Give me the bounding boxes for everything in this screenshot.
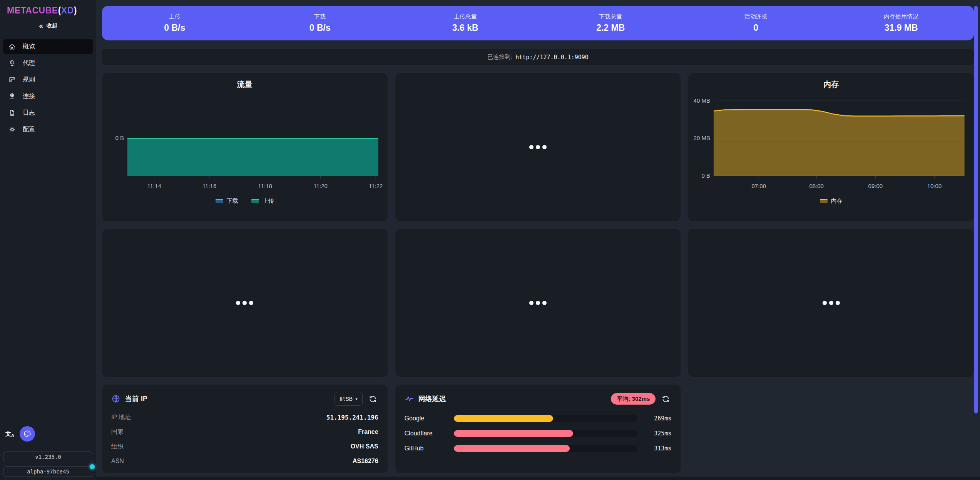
logo-brand: METACUBE	[7, 5, 58, 15]
traffic-chart-title: 流量	[102, 79, 388, 90]
stat-upload-speed: 上传 0 B/s	[102, 13, 248, 33]
connection-label: 已连接到:	[487, 53, 512, 61]
sidebar-item-config[interactable]: 配置	[3, 122, 93, 137]
svg-text:08:00: 08:00	[809, 183, 824, 189]
loading-dots-icon	[529, 145, 547, 149]
traffic-chart-card: 流量 0 B11:1411:1611:1811:2011:22 下载上传	[102, 73, 388, 221]
latency-bar-fill	[454, 430, 573, 437]
refresh-ip-button[interactable]	[367, 393, 378, 405]
core-version-button[interactable]: v1.235.0	[3, 452, 93, 462]
svg-text:11:14: 11:14	[147, 183, 161, 189]
theme-button[interactable]	[20, 426, 35, 442]
memory-chart-title: 内存	[688, 79, 974, 90]
latency-bar-track	[454, 445, 638, 452]
svg-text:09:00: 09:00	[868, 183, 883, 189]
sidebar-item-logs[interactable]: 日志	[3, 105, 93, 120]
sidebar: METACUBE(XD) « 收起 概览 代理 规则 连接	[0, 0, 96, 480]
collapse-label: 收起	[47, 22, 57, 29]
app-logo[interactable]: METACUBE(XD)	[7, 5, 93, 16]
ip-source-select[interactable]: IP.SB ▾	[334, 392, 363, 406]
ruler-icon	[8, 76, 16, 83]
connection-status-bar: 已连接到: http://127.0.0.1:9090	[102, 49, 974, 65]
loading-card-1	[395, 73, 681, 221]
country-row: 国家 France	[111, 425, 378, 439]
asn-row: ASN AS16276	[111, 454, 378, 468]
ip-address-value: 51.195.241.196	[326, 414, 378, 421]
main-content: 上传 0 B/s 下载 0 B/s 上传总量 3.6 kB 下载总量 2.2 M…	[96, 0, 980, 480]
logo-accent: XD	[61, 5, 74, 15]
sidebar-item-rules[interactable]: 规则	[3, 72, 93, 87]
chevron-down-icon: ▾	[355, 397, 358, 402]
translate-icon: 文A	[5, 430, 14, 437]
document-icon	[8, 109, 16, 117]
legend-item[interactable]: 下载	[216, 197, 238, 205]
sidebar-item-proxies[interactable]: 代理	[3, 55, 93, 71]
svg-text:11:20: 11:20	[314, 183, 328, 189]
palette-icon	[23, 430, 32, 438]
latency-bar-fill	[454, 445, 570, 452]
refresh-latency-button[interactable]	[660, 393, 671, 405]
scrollbar-thumb[interactable]	[974, 6, 978, 413]
organization-row: 组织 OVH SAS	[111, 439, 378, 454]
sidebar-footer: 文A v1.235.0 alpha-97bce45	[3, 426, 93, 477]
stats-banner: 上传 0 B/s 下载 0 B/s 上传总量 3.6 kB 下载总量 2.2 M…	[102, 6, 974, 40]
svg-text:11:18: 11:18	[258, 183, 272, 189]
sidebar-item-connections[interactable]: 连接	[3, 88, 93, 104]
memory-chart-plot[interactable]: 0 B20 MB40 MB07:0008:0009:0010:00	[688, 91, 974, 195]
legend-swatch-icon	[251, 199, 259, 203]
loading-dots-icon	[236, 301, 253, 305]
svg-text:10:00: 10:00	[927, 183, 942, 189]
svg-text:40 MB: 40 MB	[694, 97, 710, 104]
legend-item[interactable]: 内存	[820, 197, 843, 205]
traffic-chart-legend: 下载上传	[102, 197, 388, 205]
sidebar-item-overview[interactable]: 概览	[3, 39, 93, 54]
legend-item[interactable]: 上传	[251, 197, 274, 205]
loading-dots-icon	[529, 301, 547, 305]
network-latency-card: 网络延迟 平均: 302ms Google	[395, 385, 681, 473]
connection-url: http://127.0.0.1:9090	[515, 54, 589, 61]
latency-bar-fill	[454, 415, 553, 422]
latency-row-google: Google 269ms	[405, 411, 672, 426]
dashboard-grid: 流量 0 B11:1411:1611:1811:2011:22 下载上传 内存 …	[102, 73, 974, 473]
loading-dots-icon	[823, 301, 840, 305]
latency-bar-track	[454, 430, 638, 437]
loading-card-3	[395, 229, 681, 377]
app-root: METACUBE(XD) « 收起 概览 代理 规则 连接	[0, 0, 980, 480]
svg-text:07:00: 07:00	[752, 183, 766, 189]
latency-bar-track	[454, 415, 638, 422]
sidebar-collapse-button[interactable]: « 收起	[3, 19, 93, 33]
latency-row-github: GitHub 313ms	[405, 441, 672, 456]
svg-text:20 MB: 20 MB	[694, 135, 710, 141]
gear-icon	[8, 126, 16, 133]
ip-address-row: IP 地址 51.195.241.196	[111, 410, 378, 425]
loading-card-2	[102, 229, 388, 377]
stat-download-total: 下载总量 2.2 MB	[538, 13, 684, 33]
home-icon	[8, 43, 16, 50]
refresh-icon	[369, 395, 377, 403]
memory-chart-legend: 内存	[688, 197, 974, 205]
svg-text:11:16: 11:16	[202, 183, 216, 189]
current-ip-card: 当前 IP IP.SB ▾ IP 地址 51.195.	[102, 385, 388, 473]
svg-text:11:22: 11:22	[369, 183, 383, 189]
memory-chart-card: 内存 0 B20 MB40 MB07:0008:0009:0010:00 内存	[688, 73, 974, 221]
stat-upload-total: 上传总量 3.6 kB	[393, 13, 538, 33]
language-button[interactable]: 文A	[5, 430, 14, 438]
update-indicator-dot	[90, 464, 95, 469]
ip-card-title: 当前 IP	[125, 394, 147, 403]
refresh-icon	[662, 395, 670, 403]
stat-active-connections: 活动连接 0	[683, 13, 829, 33]
collapse-chevrons-icon: «	[39, 22, 43, 29]
sidebar-menu: 概览 代理 规则 连接 日志 配置	[3, 39, 93, 137]
latency-card-title: 网络延迟	[418, 394, 446, 403]
svg-text:0 B: 0 B	[115, 135, 124, 141]
loading-card-4	[688, 229, 974, 377]
traffic-chart-plot[interactable]: 0 B11:1411:1611:1811:2011:22	[102, 91, 388, 195]
globe-wire-icon	[8, 93, 16, 100]
globe-stand-icon	[8, 60, 16, 67]
pulse-icon	[405, 394, 414, 403]
empty-grid-cell	[688, 385, 974, 473]
stat-memory-usage: 内存使用情况 31.9 MB	[829, 13, 974, 33]
svg-text:0 B: 0 B	[702, 172, 710, 179]
release-version-button[interactable]: alpha-97bce45	[3, 466, 93, 477]
latency-average-badge: 平均: 302ms	[611, 393, 656, 405]
